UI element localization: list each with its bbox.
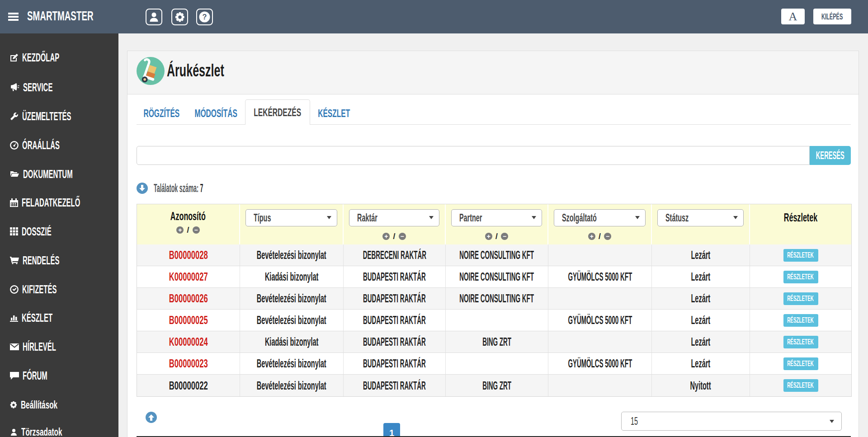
- svg-text:?: ?: [203, 13, 207, 21]
